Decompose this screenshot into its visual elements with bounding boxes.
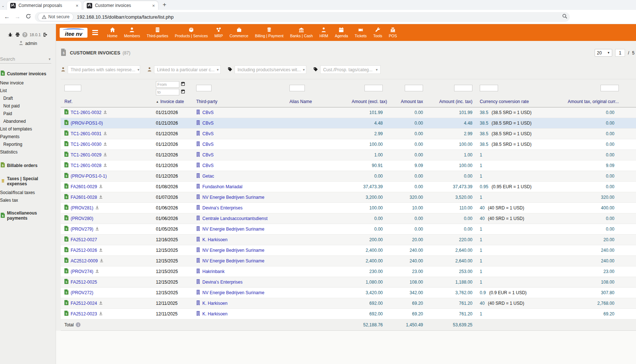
- alias-filter-input[interactable]: [289, 85, 305, 91]
- invoice-ref-link[interactable]: AC2512-0009: [71, 258, 98, 263]
- menu-item-tickets[interactable]: Tickets: [351, 27, 370, 38]
- invoice-ref-link[interactable]: TC1-2601-0030: [71, 142, 101, 147]
- help-icon[interactable]: ?: [22, 32, 27, 37]
- menu-item-pos[interactable]: POS: [385, 27, 400, 38]
- third-party-link[interactable]: NV Energie Bedrijven Suriname: [202, 258, 264, 263]
- reload-icon[interactable]: [24, 14, 32, 20]
- tab-close-icon[interactable]: ×: [76, 3, 79, 8]
- tab-close-icon[interactable]: ×: [152, 3, 155, 8]
- invoice-ref-link[interactable]: (PROV-POS1-0-1): [71, 174, 107, 179]
- invoice-ref-link[interactable]: (PROV279): [71, 227, 93, 232]
- invoice-ref-link[interactable]: (PROV274): [71, 269, 93, 274]
- invoice-ref-link[interactable]: FA2601-0029: [71, 184, 97, 189]
- info-icon[interactable]: i: [76, 322, 81, 327]
- sidebar-item-paid[interactable]: Paid: [0, 110, 56, 117]
- sidebar-item-new-invoice[interactable]: New invoice: [0, 79, 56, 87]
- sidebar-item-payments[interactable]: Payments: [0, 133, 56, 140]
- invoice-ref-link[interactable]: TC1-2601-0029: [71, 152, 101, 158]
- download-icon[interactable]: [95, 205, 99, 211]
- column-header-amount-inc-tax[interactable]: Amount (inc. tax): [427, 97, 476, 107]
- sidebar-item-list[interactable]: List: [0, 87, 56, 94]
- third-party-link[interactable]: CBvS: [202, 121, 214, 126]
- sidebar-item-statistics[interactable]: Statistics: [0, 148, 56, 156]
- third-party-link[interactable]: Getac: [202, 174, 214, 179]
- filter-select[interactable]: Linked to a particular user c...▾: [154, 65, 221, 74]
- third-party-link[interactable]: CBvS: [202, 163, 214, 168]
- third-party-link[interactable]: CBvS: [202, 110, 214, 115]
- invoice-ref-link[interactable]: FA2601-0028: [71, 195, 97, 200]
- date_filter_from-input[interactable]: [156, 81, 179, 88]
- third-party-link[interactable]: Devina's Enterprises: [202, 280, 243, 285]
- menu-item-third-parties[interactable]: Third-parties: [143, 27, 172, 38]
- amount-excl-filter-input[interactable]: [364, 85, 383, 91]
- page-size-select[interactable]: 20 ▼: [595, 49, 612, 57]
- logout-icon[interactable]: [43, 32, 48, 37]
- page-total[interactable]: 5: [632, 50, 635, 56]
- download-icon[interactable]: [99, 311, 103, 316]
- sidebar-section-taxes-special-expenses[interactable]: Taxes | Special expenses: [0, 175, 56, 187]
- third-party-link[interactable]: Devina's Enterprises: [202, 205, 243, 211]
- download-icon[interactable]: [95, 227, 99, 232]
- amount-tax-filter-input[interactable]: [405, 85, 423, 91]
- third-party-link[interactable]: CBvS: [202, 142, 214, 147]
- invoice-ref-link[interactable]: FA2512-0026: [71, 248, 97, 253]
- menu-item-tools[interactable]: Tools: [370, 27, 386, 38]
- invoice-ref-link[interactable]: FA2512-0027: [71, 237, 97, 242]
- third-party-link[interactable]: NV Energie Bedrijven Suriname: [202, 227, 264, 232]
- third-party-link[interactable]: K. Harkisoen: [202, 301, 228, 306]
- column-header-ref[interactable]: Ref.: [61, 97, 152, 107]
- download-icon[interactable]: [103, 163, 107, 168]
- download-icon[interactable]: [103, 142, 107, 147]
- date_filter_to-input[interactable]: [156, 89, 179, 95]
- third-party-link[interactable]: K. Harkisoen: [202, 237, 228, 242]
- current-page-box[interactable]: 1: [615, 49, 625, 57]
- filter-select[interactable]: Third parties with sales represe...▾: [68, 65, 140, 74]
- column-header-amount-tax[interactable]: Amount tax: [386, 97, 427, 107]
- zoom-page-icon[interactable]: [562, 14, 568, 20]
- download-icon[interactable]: [95, 269, 99, 274]
- download-icon[interactable]: [100, 258, 104, 263]
- sidebar-item-reporting[interactable]: Reporting: [0, 140, 56, 148]
- browser-tab-commercial-proposals[interactable]: Commercial proposals ×: [7, 1, 82, 10]
- ref-filter-input[interactable]: [64, 85, 81, 91]
- user-menu[interactable]: admin: [0, 41, 56, 46]
- sidebar-item-social-fiscal-taxes[interactable]: Social/fiscal taxes: [0, 189, 56, 196]
- sidebar-item-sales-tax[interactable]: Sales tax: [0, 196, 56, 204]
- invoice-ref-link[interactable]: FA2512-0024: [71, 301, 97, 306]
- rate-filter-input[interactable]: [480, 85, 498, 91]
- menu-item-home[interactable]: Home: [104, 27, 121, 38]
- download-icon[interactable]: [99, 248, 103, 253]
- column-header-third-party[interactable]: Third-party: [192, 97, 286, 107]
- menu-item-products-services[interactable]: Products | Services: [172, 27, 211, 38]
- third-party-link[interactable]: Centrale Landsaccountantsdienst: [202, 216, 268, 221]
- sidebar-item-abandoned[interactable]: Abandoned: [0, 117, 56, 125]
- back-icon[interactable]: ←: [3, 14, 11, 20]
- calendar-icon[interactable]: [181, 89, 185, 95]
- menu-item-commerce[interactable]: Commerce: [226, 27, 251, 38]
- filter-select[interactable]: Cust./Prosp. tags/categ...▾: [320, 65, 381, 74]
- download-icon[interactable]: [99, 195, 103, 200]
- menu-item-banks-cash[interactable]: Banks | Cash: [287, 27, 316, 38]
- column-header-currency-conversion-rate[interactable]: Currency conversion rate: [476, 97, 535, 107]
- sidebar-section-customer-invoices[interactable]: $Customer invoices: [0, 69, 56, 78]
- invoice-ref-link[interactable]: (PROV-POS1-0): [71, 121, 103, 126]
- invoice-ref-link[interactable]: (PROV280): [71, 216, 93, 221]
- menu-item-mrp[interactable]: MRP: [211, 27, 226, 38]
- tab-overflow-chevron-icon[interactable]: ⌄: [1, 4, 4, 8]
- third-party-link[interactable]: CBvS: [202, 131, 214, 136]
- invoice-ref-link[interactable]: TC1-2601-0028: [71, 163, 101, 168]
- forward-icon[interactable]: →: [14, 14, 22, 20]
- column-header-invoice-date[interactable]: ▲Invoice date: [152, 97, 192, 107]
- third-party-link[interactable]: K. Harkisoen: [202, 311, 228, 316]
- third-party-link[interactable]: Hakrinbank: [202, 269, 225, 274]
- column-header-amount-tax-original-curr[interactable]: Amount tax, original curr...: [535, 97, 622, 107]
- print-icon[interactable]: [15, 32, 20, 37]
- invoice-ref-link[interactable]: FA2512-0025: [71, 280, 97, 285]
- not-secure-chip[interactable]: Not secure: [38, 13, 74, 21]
- calendar-icon[interactable]: [181, 81, 185, 87]
- sidebar-section-miscellaneous-payments[interactable]: $Miscellaneous payments: [0, 209, 56, 222]
- invoice-ref-link[interactable]: (PROV272): [71, 290, 93, 295]
- sidebar-item-list-of-templates[interactable]: List of templates: [0, 125, 56, 133]
- third-party-link[interactable]: NV Energie Bedrijven Suriname: [202, 248, 264, 253]
- invoice-ref-link[interactable]: TC1-2601-0032: [71, 110, 101, 115]
